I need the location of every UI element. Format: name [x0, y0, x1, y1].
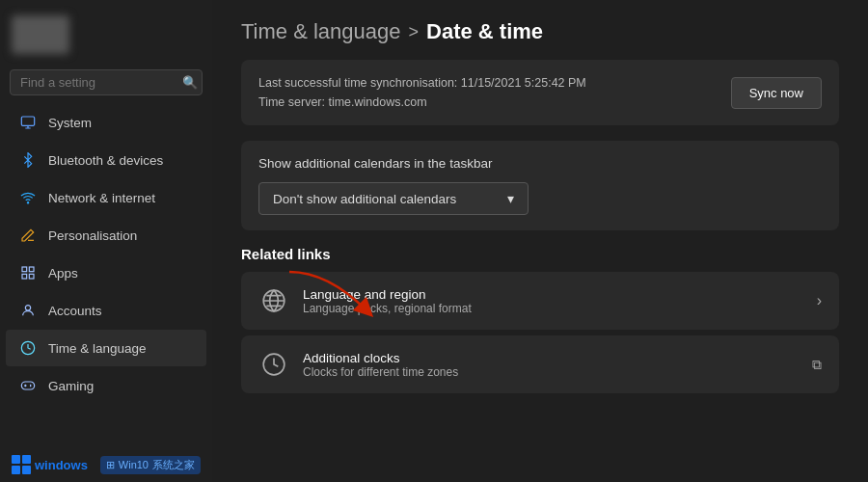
breadcrumb-current: Date & time — [426, 19, 543, 44]
sync-now-button[interactable]: Sync now — [731, 77, 822, 109]
additional-clocks-icon — [258, 349, 289, 380]
sidebar: 🔍 System Bluetooth & devices Network & i… — [0, 0, 212, 482]
sidebar-item-label-network: Network & internet — [48, 191, 155, 205]
svg-rect-8 — [21, 382, 34, 389]
sync-section: Last successful time synchronisation: 11… — [241, 60, 839, 125]
sidebar-item-label-system: System — [48, 116, 92, 130]
calendar-dropdown-value: Don't show additional calendars — [273, 192, 456, 206]
sync-info-line1: Last successful time synchronisation: 11… — [258, 73, 586, 93]
calendar-section: Show additional calendars in the taskbar… — [241, 141, 839, 230]
sidebar-bottom: windows ⊞ Win10 系统之家 — [0, 447, 212, 482]
additional-clocks-text: Additional clocks Clocks for different t… — [303, 351, 458, 379]
svg-rect-2 — [22, 267, 27, 272]
additional-clocks-card[interactable]: Additional clocks Clocks for different t… — [241, 335, 839, 393]
svg-rect-3 — [29, 267, 34, 272]
calendar-dropdown[interactable]: Don't show additional calendars ▾ — [258, 182, 529, 215]
sync-info-line2: Time server: time.windows.com — [258, 93, 586, 112]
search-icon: 🔍 — [182, 75, 198, 90]
external-link-icon: ⧉ — [812, 357, 822, 373]
sidebar-item-gaming[interactable]: Gaming — [6, 367, 206, 404]
timelang-icon — [19, 339, 37, 357]
accounts-icon — [19, 302, 37, 319]
language-region-title: Language and region — [303, 287, 472, 302]
svg-rect-4 — [22, 274, 27, 279]
svg-rect-0 — [21, 117, 34, 125]
avatar — [12, 15, 69, 54]
win10-badge: ⊞ Win10 系统之家 — [100, 456, 201, 474]
main-content: Time & language > Date & time Last succe… — [212, 0, 868, 482]
breadcrumb-separator: > — [409, 22, 420, 42]
system-icon — [19, 114, 37, 131]
sidebar-item-apps[interactable]: Apps — [6, 254, 206, 291]
breadcrumb-parent: Time & language — [241, 19, 401, 44]
related-links-title: Related links — [241, 246, 839, 262]
sidebar-item-accounts[interactable]: Accounts — [6, 292, 206, 329]
language-region-chevron-icon: › — [817, 292, 822, 309]
language-region-link[interactable]: Language and region Language packs, regi… — [241, 272, 839, 330]
language-region-left: Language and region Language packs, regi… — [258, 285, 472, 316]
sidebar-item-label-gaming: Gaming — [48, 379, 94, 393]
breadcrumb: Time & language > Date & time — [241, 19, 839, 44]
sidebar-item-timelang[interactable]: Time & language — [6, 330, 206, 366]
sidebar-item-network[interactable]: Network & internet — [6, 179, 206, 216]
windows-watermark: windows — [35, 458, 88, 472]
network-icon — [19, 189, 37, 206]
calendar-section-label: Show additional calendars in the taskbar — [258, 156, 822, 171]
svg-point-6 — [25, 306, 30, 310]
sidebar-item-label-accounts: Accounts — [48, 304, 102, 318]
calendar-dropdown-chevron: ▾ — [507, 191, 514, 206]
personalisation-icon — [19, 227, 37, 244]
sidebar-item-label-bluetooth: Bluetooth & devices — [48, 153, 163, 168]
sidebar-nav: System Bluetooth & devices Network & int… — [0, 103, 212, 447]
sidebar-item-bluetooth[interactable]: Bluetooth & devices — [6, 142, 206, 178]
windows-logo-icon — [12, 455, 31, 474]
svg-point-1 — [27, 202, 28, 203]
search-box[interactable]: 🔍 — [10, 69, 203, 95]
language-region-subtitle: Language packs, regional format — [303, 302, 472, 315]
apps-icon — [19, 264, 37, 281]
language-region-text: Language and region Language packs, regi… — [303, 287, 472, 315]
sidebar-item-label-personalisation: Personalisation — [48, 228, 137, 243]
sidebar-item-label-timelang: Time & language — [48, 341, 147, 356]
sidebar-item-personalisation[interactable]: Personalisation — [6, 217, 206, 254]
sidebar-item-system[interactable]: System — [6, 104, 206, 141]
sidebar-item-label-apps: Apps — [48, 266, 78, 281]
search-input[interactable] — [20, 75, 182, 90]
sync-info: Last successful time synchronisation: 11… — [258, 73, 586, 112]
related-links-section: Related links Language and region Langua… — [241, 246, 839, 393]
additional-clocks-subtitle: Clocks for different time zones — [303, 365, 458, 379]
gaming-icon — [19, 377, 37, 394]
language-region-card[interactable]: Language and region Language packs, regi… — [241, 272, 839, 330]
svg-rect-5 — [29, 274, 34, 279]
additional-clocks-left: Additional clocks Clocks for different t… — [258, 349, 458, 380]
bluetooth-icon — [19, 151, 37, 169]
language-region-icon — [258, 285, 289, 316]
additional-clocks-title: Additional clocks — [303, 351, 458, 365]
